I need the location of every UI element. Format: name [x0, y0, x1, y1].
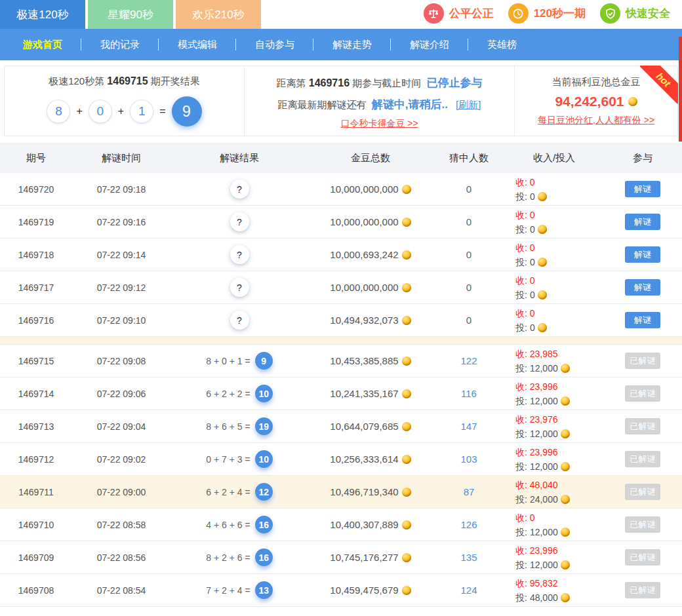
coin-icon: [561, 396, 570, 406]
nav-item-自动参与[interactable]: 自动参与: [236, 39, 313, 51]
draw-number-ball: 8: [47, 100, 70, 123]
result-sum-ball: 13: [255, 581, 273, 599]
row-issue: 1469711: [0, 487, 72, 497]
nav-item-解谜走势[interactable]: 解谜走势: [313, 39, 391, 51]
row-winner-count[interactable]: 124: [433, 585, 505, 596]
row-invest: 投: 24,000: [515, 492, 603, 507]
pool-dividend-link[interactable]: 每日豆池分红,人人都有份 >>: [538, 115, 654, 126]
equals-sign: =: [159, 106, 165, 117]
nav-item-模式编辑[interactable]: 模式编辑: [159, 39, 236, 51]
coin-icon: [538, 290, 547, 299]
table-body: 1469720 07-22 09:18 ? 10,000,000,000 0 收…: [0, 173, 682, 607]
row-pool-total: 10,000,000,000: [308, 183, 433, 195]
row-time: 07-22 09:12: [72, 282, 170, 293]
table-row: 1469715 07-22 09:08 8 + 0 + 1 =9 10,453,…: [0, 345, 682, 377]
row-action-button: 已解谜: [625, 385, 660, 402]
trust-badge-label: 快速安全: [626, 6, 670, 21]
nav-item-游戏首页[interactable]: 游戏首页: [4, 39, 81, 51]
row-invest: 投: 0: [515, 320, 603, 335]
row-action-button: 已解谜: [625, 451, 660, 467]
row-winner-count[interactable]: 116: [433, 388, 505, 399]
row-issue: 1469720: [0, 184, 72, 195]
row-pool-total: 10,644,079,685: [308, 421, 433, 432]
result-equation: 6 + 2 + 2 =: [206, 389, 250, 399]
coin-icon: [402, 520, 411, 529]
row-time: 07-22 09:14: [72, 250, 170, 260]
coin-icon: [402, 488, 411, 497]
row-winner-count[interactable]: 122: [433, 355, 505, 366]
row-income-invest: 收: 0 投: 12,000: [505, 510, 603, 539]
row-action-button[interactable]: 解谜: [625, 246, 660, 263]
row-winner-count: 0: [433, 315, 505, 326]
row-pool-total: 10,256,333,614: [308, 453, 433, 465]
table-row: 1469709 07-22 08:56 8 + 2 + 6 =16 10,745…: [0, 541, 682, 574]
row-income: 收: 0: [515, 273, 603, 288]
row-income: 收: 23,996: [515, 543, 603, 558]
last-draw-title: 极速120秒第 1469715 期开奖结果: [49, 75, 200, 88]
result-sum-ball: 12: [255, 483, 273, 501]
next-issue: 1469716: [309, 77, 350, 88]
trust-badge: 公平公正: [424, 3, 494, 24]
row-invest: 投: 0: [515, 222, 603, 237]
coin-icon: [402, 586, 411, 595]
table-row: 1469716 07-22 09:10 ? 10,494,932,073 0 收…: [0, 304, 682, 337]
coin-icon: [538, 225, 547, 234]
deadline-line: 距离第 1469716 期参与截止时间 已停止参与: [277, 75, 483, 90]
row-income-invest: 收: 0 投: 0: [505, 241, 603, 269]
row-winner-count[interactable]: 126: [433, 519, 505, 530]
nav-item-解谜介绍[interactable]: 解谜介绍: [391, 39, 468, 51]
row-action-button[interactable]: 解谜: [625, 181, 660, 197]
row-action-button[interactable]: 解谜: [625, 214, 660, 230]
summary-panel: 极速120秒第 1469715 期开奖结果 8+0+1=9 距离第 146971…: [4, 66, 678, 136]
row-invest: 投: 0: [515, 255, 603, 269]
result-sum-ball: 9: [255, 352, 273, 370]
row-winner-count[interactable]: 135: [433, 552, 505, 563]
result-equation: 8 + 6 + 5 =: [206, 421, 250, 432]
row-time: 07-22 09:00: [72, 487, 170, 497]
row-action-button: 已解谜: [625, 582, 660, 598]
row-action-button: 已解谜: [625, 516, 660, 533]
row-issue: 1469719: [0, 217, 72, 227]
coin-icon: [402, 553, 411, 562]
row-income-invest: 收: 95,832 投: 48,000: [505, 576, 603, 605]
row-winner-count[interactable]: 87: [433, 486, 505, 497]
table-header-cell: 期号: [0, 152, 72, 164]
coin-icon: [538, 192, 547, 201]
row-winner-count[interactable]: 103: [433, 453, 505, 465]
row-invest: 投: 12,000: [515, 394, 603, 408]
coin-icon: [402, 422, 411, 431]
trust-badges: 公平公正 120秒一期 快速安全: [424, 3, 670, 24]
game-tab[interactable]: 极速120秒: [0, 0, 85, 29]
row-action-button[interactable]: 解谜: [625, 312, 660, 328]
row-time: 07-22 09:04: [72, 421, 170, 432]
row-income: 收: 0: [515, 175, 603, 189]
refresh-link[interactable]: [刷新]: [456, 99, 481, 110]
row-result: ?: [170, 311, 308, 330]
row-winner-count: 0: [433, 216, 505, 227]
row-action-button[interactable]: 解谜: [625, 279, 660, 296]
result-sum-ball: 16: [255, 516, 273, 533]
table-row: 1469712 07-22 09:02 0 + 7 + 3 =10 10,256…: [0, 443, 682, 476]
row-issue: 1469716: [0, 315, 72, 326]
row-invest: 投: 48,000: [515, 590, 603, 605]
row-income: 收: 23,976: [515, 412, 603, 427]
coin-icon: [402, 455, 411, 464]
draw-number-ball: 0: [89, 100, 112, 123]
row-income-invest: 收: 0 投: 0: [505, 208, 603, 237]
game-tab[interactable]: 星耀90秒: [88, 0, 173, 29]
nav-item-英雄榜[interactable]: 英雄榜: [468, 39, 536, 51]
result-sum-ball: 10: [255, 385, 273, 402]
result-equation: 8 + 0 + 1 =: [206, 356, 250, 366]
game-tab[interactable]: 欢乐210秒: [176, 0, 261, 29]
table-row: 1469717 07-22 09:12 ? 10,000,000,000 0 收…: [0, 271, 682, 304]
row-income-invest: 收: 0 投: 0: [505, 175, 603, 204]
hot-ribbon: hot: [640, 66, 678, 104]
table-row: 1469719 07-22 09:16 ? 10,000,000,000 0 收…: [0, 206, 682, 239]
row-winner-count[interactable]: 147: [433, 421, 505, 432]
table-header-cell: 收入/投入: [505, 152, 603, 164]
nav-item-我的记录[interactable]: 我的记录: [81, 39, 159, 51]
row-result: ?: [170, 180, 308, 199]
row-invest: 投: 12,000: [515, 459, 603, 474]
promo-link[interactable]: 口令秒卡得金豆 >>: [340, 118, 418, 130]
game-tab-label: 极速120秒: [16, 7, 68, 22]
